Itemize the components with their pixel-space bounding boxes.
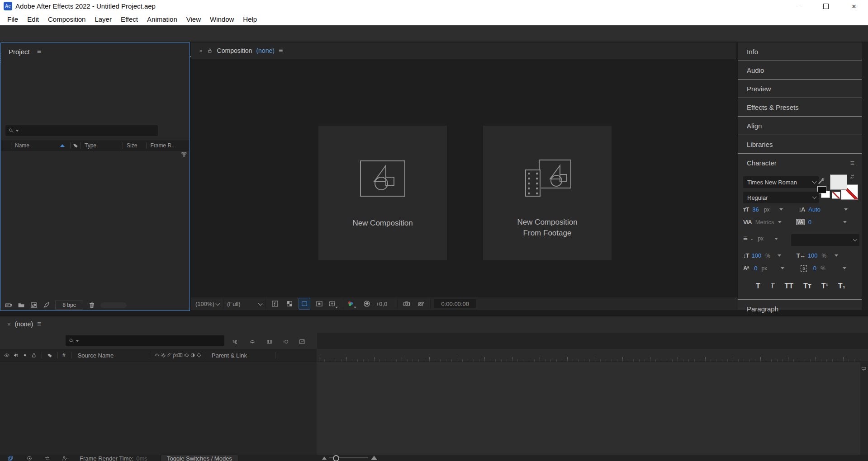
comp-marker-bin-icon[interactable] [861,366,867,372]
tracking-dropdown-icon[interactable] [843,221,847,223]
maximize-button[interactable] [815,0,837,13]
tsume-dropdown-icon[interactable] [843,267,846,269]
live-update-icon[interactable] [7,455,14,461]
view-layout-button[interactable] [328,298,339,309]
character-panel-tab[interactable]: Character ≡ [738,153,862,172]
column-source-name[interactable]: Source Name [78,352,114,359]
timeline-search-input[interactable] [80,337,213,345]
column-parent-link[interactable]: Parent & Link [212,352,247,359]
font-size-dropdown-icon[interactable] [779,208,783,211]
new-composition-from-footage-card[interactable]: New Composition From Footage [483,126,612,260]
timeline-ruler[interactable] [317,349,868,362]
region-of-interest-button[interactable] [299,298,310,310]
label-tag-icon[interactable] [72,142,79,149]
panel-tab-libraries[interactable]: Libraries [738,135,862,153]
timeline-tab-label[interactable]: (none) [15,320,33,328]
timeline-search-box[interactable] [66,335,224,346]
menu-window[interactable]: Window [205,15,238,23]
column-type[interactable]: Type [85,142,96,149]
baseline-shift-dropdown-icon[interactable] [781,267,784,269]
font-style-dropdown[interactable]: Regular [743,192,819,203]
project-flowchart-icon[interactable] [181,151,187,158]
panel-tab-align[interactable]: Align [738,116,862,135]
magnification-dropdown[interactable]: (100%) [195,301,219,307]
lock-icon[interactable] [31,352,37,358]
composition-tab-close-icon[interactable]: × [199,47,203,54]
delete-trash-icon[interactable] [88,301,96,309]
adjustment-layer-icon[interactable] [190,352,196,358]
bit-depth-button[interactable]: 8 bpc [55,301,83,310]
menu-animation[interactable]: Animation [142,15,182,23]
fast-previews-button[interactable] [270,298,280,309]
motion-blur-icon[interactable] [183,352,190,358]
take-snapshot-button[interactable] [401,298,412,309]
paragraph-panel-tab[interactable]: Paragraph [738,299,862,318]
track-area[interactable] [317,362,868,455]
menu-file[interactable]: File [3,15,23,23]
panel-tab-audio[interactable]: Audio [738,61,862,79]
current-time-display[interactable]: 0:00:00:00 [434,299,476,308]
horizontal-scale-value[interactable]: 100 [808,252,818,259]
panel-tab-info[interactable]: Info [738,42,862,61]
default-fill-stroke-swatch[interactable] [817,186,831,198]
menu-composition[interactable]: Composition [43,15,90,23]
graph-editor-button[interactable] [297,336,308,347]
menu-effect[interactable]: Effect [116,15,142,23]
composition-tab-label[interactable]: Composition [217,47,252,54]
exposure-button[interactable] [361,298,372,309]
close-button[interactable]: ✕ [843,0,865,13]
horizontal-scale-dropdown-icon[interactable] [835,254,838,257]
column-size[interactable]: Size [127,142,137,149]
tsume-value[interactable]: 0 [813,265,816,272]
sort-ascending-icon[interactable] [60,144,65,147]
baseline-shift-value[interactable]: 0 [754,265,757,272]
no-fill-swatch[interactable] [832,192,840,199]
eyedropper-icon[interactable] [817,177,825,185]
solo-icon[interactable] [22,352,28,358]
project-search-input[interactable] [20,127,144,135]
mask-visibility-button[interactable] [314,298,325,309]
motion-blur-button[interactable] [280,336,291,347]
timeline-tab-close-icon[interactable]: × [7,321,11,328]
zoom-in-mountain-icon[interactable] [371,456,377,460]
transparency-grid-button[interactable] [284,298,295,309]
menu-layer[interactable]: Layer [90,15,116,23]
vertical-scale-value[interactable]: 100 [751,252,761,259]
stroke-width-dropdown-icon[interactable] [774,238,778,240]
menu-help[interactable]: Help [238,15,261,23]
new-folder-icon[interactable] [17,301,25,309]
layer-list-area[interactable] [0,362,317,455]
right-panel-scroll-strip[interactable] [862,42,868,310]
draft-circle-icon[interactable] [26,455,33,461]
new-composition-icon[interactable] [30,301,38,309]
stroke-style-dropdown[interactable] [791,234,859,246]
small-caps-button[interactable]: Tᴛ [802,282,813,290]
menu-edit[interactable]: Edit [23,15,43,23]
frame-blending-button[interactable] [264,336,275,347]
all-caps-button[interactable]: TT [783,282,796,290]
panel-tab-effects-presets[interactable]: Effects & Presets [738,98,862,116]
zoom-out-mountain-icon[interactable] [322,456,327,460]
toggle-switches-modes-button[interactable]: Toggle Switches / Modes [161,455,238,461]
zoom-slider-knob[interactable] [333,455,339,461]
stroke-width-value[interactable]: - [751,235,753,242]
shy-guy-icon[interactable] [154,352,160,358]
font-family-dropdown[interactable]: Times New Roman [743,176,819,188]
menu-view[interactable]: View [182,15,205,23]
faux-italic-button[interactable]: T [768,282,777,290]
subscript-button[interactable]: T₁ [836,282,847,290]
exposure-value[interactable]: +0,0 [376,301,388,307]
timeline-zoom-slider[interactable] [329,457,368,458]
show-snapshot-button[interactable] [416,298,427,309]
kerning-dropdown-icon[interactable] [778,221,782,223]
vertical-scale-dropdown-icon[interactable] [778,254,781,257]
tracking-value[interactable]: 0 [808,219,811,226]
leading-value[interactable]: Auto [808,206,821,213]
project-settings-icon[interactable] [43,301,51,309]
composition-panel-menu-icon[interactable]: ≡ [279,47,283,55]
fill-color-swatch[interactable] [830,174,847,190]
label-tag-icon[interactable] [47,352,53,358]
new-composition-card[interactable]: New Composition [318,126,447,260]
interpret-footage-icon[interactable] [5,301,13,309]
project-search-box[interactable] [5,125,158,136]
